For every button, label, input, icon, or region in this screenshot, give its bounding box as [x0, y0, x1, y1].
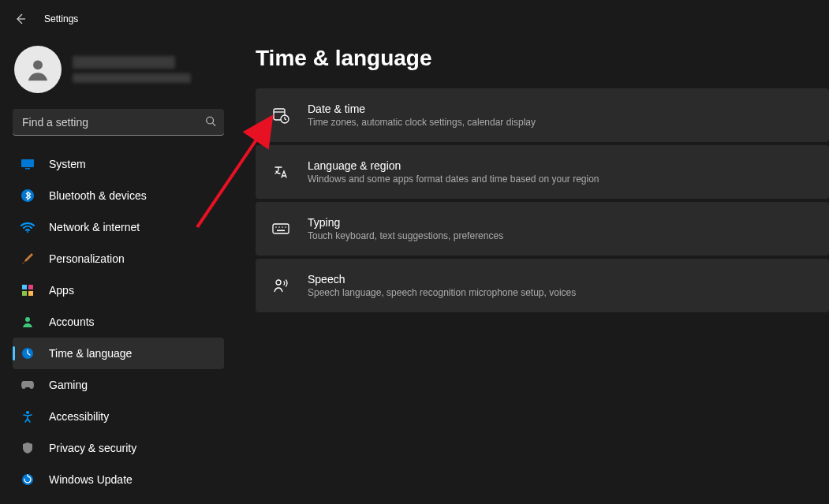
sidebar-item-system[interactable]: System — [13, 148, 224, 180]
sidebar: System Bluetooth & devices Network & int… — [0, 38, 237, 504]
display-icon — [21, 157, 35, 171]
page-title: Time & language — [256, 46, 829, 71]
person-icon — [24, 56, 51, 83]
wifi-icon — [21, 220, 35, 234]
card-speech[interactable]: Speech Speech language, speech recogniti… — [256, 259, 829, 312]
svg-point-20 — [278, 226, 280, 228]
card-title: Speech — [308, 273, 576, 286]
svg-point-11 — [25, 317, 30, 322]
card-subtitle: Speech language, speech recognition micr… — [308, 287, 576, 298]
sidebar-item-personalization[interactable]: Personalization — [13, 243, 224, 274]
sidebar-item-accounts[interactable]: Accounts — [13, 306, 224, 338]
svg-rect-4 — [25, 168, 30, 170]
svg-rect-8 — [28, 285, 33, 289]
card-title: Language & region — [308, 159, 599, 172]
svg-rect-23 — [277, 230, 285, 232]
sidebar-item-bluetooth[interactable]: Bluetooth & devices — [13, 180, 224, 211]
svg-point-22 — [285, 226, 286, 228]
settings-cards: Date & time Time zones, automatic clock … — [256, 88, 829, 312]
brush-icon — [21, 252, 35, 266]
sidebar-item-label: Network & internet — [49, 221, 140, 233]
accessibility-icon — [21, 409, 35, 424]
card-title: Typing — [308, 216, 503, 229]
sidebar-item-windows-update[interactable]: Windows Update — [13, 464, 224, 495]
svg-rect-7 — [22, 285, 27, 289]
sidebar-item-label: Accessibility — [49, 410, 109, 423]
sidebar-item-label: Privacy & security — [49, 442, 136, 454]
update-icon — [21, 472, 35, 487]
sidebar-item-apps[interactable]: Apps — [13, 274, 224, 306]
profile-block[interactable] — [13, 41, 224, 106]
speech-icon — [271, 276, 290, 295]
back-button[interactable] — [13, 11, 28, 27]
profile-email-redacted — [73, 73, 191, 83]
account-icon — [21, 315, 35, 329]
sidebar-item-gaming[interactable]: Gaming — [13, 369, 224, 401]
sidebar-item-label: Bluetooth & devices — [49, 189, 147, 202]
keyboard-icon — [271, 219, 290, 238]
svg-rect-3 — [21, 159, 34, 167]
sidebar-item-network[interactable]: Network & internet — [13, 211, 224, 243]
nav: System Bluetooth & devices Network & int… — [13, 148, 224, 495]
apps-icon — [21, 283, 35, 297]
sidebar-item-label: Personalization — [49, 252, 125, 265]
svg-point-24 — [276, 280, 281, 285]
search-wrap — [13, 109, 224, 136]
sidebar-item-accessibility[interactable]: Accessibility — [13, 401, 224, 432]
sidebar-item-label: Apps — [49, 284, 74, 297]
sidebar-item-label: System — [49, 158, 86, 170]
card-subtitle: Time zones, automatic clock settings, ca… — [308, 117, 536, 128]
svg-rect-10 — [28, 291, 33, 296]
svg-point-13 — [26, 411, 29, 414]
card-title: Date & time — [308, 103, 536, 115]
card-typing[interactable]: Typing Touch keyboard, text suggestions,… — [256, 202, 829, 256]
sidebar-item-label: Windows Update — [49, 473, 133, 486]
profile-text — [73, 56, 191, 83]
svg-rect-9 — [22, 291, 27, 296]
clock-globe-icon — [21, 346, 35, 360]
card-subtitle: Touch keyboard, text suggestions, prefer… — [308, 230, 503, 241]
content: Time & language Date & time Time zones, … — [237, 38, 829, 504]
sidebar-item-privacy[interactable]: Privacy & security — [13, 432, 224, 464]
svg-point-0 — [33, 60, 43, 69]
back-arrow-icon — [14, 13, 27, 25]
sidebar-item-label: Time & language — [49, 347, 132, 360]
svg-rect-18 — [273, 224, 289, 233]
svg-point-19 — [275, 226, 277, 228]
window-title: Settings — [44, 13, 78, 24]
calendar-clock-icon — [271, 106, 290, 125]
svg-point-6 — [27, 231, 28, 233]
gamepad-icon — [21, 378, 35, 392]
shield-icon — [21, 441, 35, 455]
sidebar-item-time-language[interactable]: Time & language — [13, 338, 224, 369]
card-date-time[interactable]: Date & time Time zones, automatic clock … — [256, 88, 829, 142]
sidebar-item-label: Accounts — [49, 315, 95, 328]
avatar — [14, 46, 62, 93]
language-icon — [271, 162, 290, 181]
sidebar-item-label: Gaming — [49, 379, 88, 391]
svg-point-21 — [282, 226, 283, 228]
profile-name-redacted — [73, 56, 175, 69]
card-subtitle: Windows and some apps format dates and t… — [308, 174, 599, 185]
card-language-region[interactable]: Language & region Windows and some apps … — [256, 145, 829, 199]
titlebar: Settings — [0, 0, 829, 38]
bluetooth-icon — [21, 189, 35, 203]
search-input[interactable] — [13, 109, 224, 136]
